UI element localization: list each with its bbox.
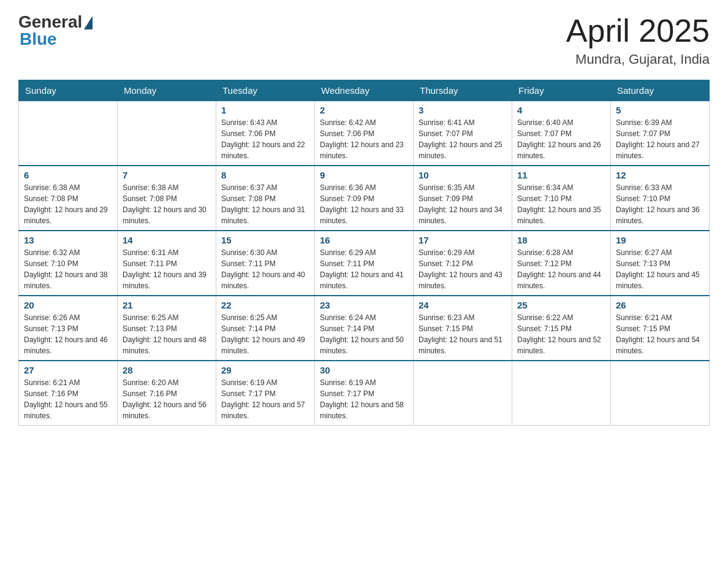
day-info: Sunrise: 6:35 AMSunset: 7:09 PMDaylight:… — [419, 182, 507, 226]
calendar-cell: 26Sunrise: 6:21 AMSunset: 7:15 PMDayligh… — [611, 296, 710, 361]
day-number: 15 — [221, 235, 309, 245]
calendar-cell: 10Sunrise: 6:35 AMSunset: 7:09 PMDayligh… — [414, 166, 512, 231]
day-number: 6 — [24, 170, 112, 180]
day-info: Sunrise: 6:25 AMSunset: 7:14 PMDaylight:… — [221, 312, 309, 356]
calendar-cell: 1Sunrise: 6:43 AMSunset: 7:06 PMDaylight… — [216, 101, 315, 166]
weekday-header-tuesday: Tuesday — [216, 80, 315, 101]
calendar-cell: 15Sunrise: 6:30 AMSunset: 7:11 PMDayligh… — [216, 231, 315, 296]
day-info: Sunrise: 6:36 AMSunset: 7:09 PMDaylight:… — [320, 182, 408, 226]
day-info: Sunrise: 6:38 AMSunset: 7:08 PMDaylight:… — [24, 182, 112, 226]
calendar-cell: 28Sunrise: 6:20 AMSunset: 7:16 PMDayligh… — [118, 361, 216, 426]
day-info: Sunrise: 6:43 AMSunset: 7:06 PMDaylight:… — [221, 117, 309, 161]
day-info: Sunrise: 6:30 AMSunset: 7:11 PMDaylight:… — [221, 247, 309, 291]
calendar-cell — [414, 361, 512, 426]
day-info: Sunrise: 6:29 AMSunset: 7:11 PMDaylight:… — [320, 247, 408, 291]
day-number: 11 — [517, 170, 605, 180]
calendar-cell — [512, 361, 611, 426]
day-number: 20 — [24, 300, 112, 310]
calendar-cell: 27Sunrise: 6:21 AMSunset: 7:16 PMDayligh… — [19, 361, 118, 426]
calendar-cell — [118, 101, 216, 166]
day-number: 3 — [419, 105, 507, 115]
day-number: 17 — [419, 235, 507, 245]
calendar-cell: 3Sunrise: 6:41 AMSunset: 7:07 PMDaylight… — [414, 101, 512, 166]
calendar-cell: 19Sunrise: 6:27 AMSunset: 7:13 PMDayligh… — [611, 231, 710, 296]
day-number: 7 — [123, 170, 211, 180]
calendar-cell: 11Sunrise: 6:34 AMSunset: 7:10 PMDayligh… — [512, 166, 611, 231]
weekday-header-wednesday: Wednesday — [315, 80, 414, 101]
day-info: Sunrise: 6:23 AMSunset: 7:15 PMDaylight:… — [419, 312, 507, 356]
day-info: Sunrise: 6:22 AMSunset: 7:15 PMDaylight:… — [517, 312, 605, 356]
calendar-week-row: 20Sunrise: 6:26 AMSunset: 7:13 PMDayligh… — [19, 296, 710, 361]
calendar-table: SundayMondayTuesdayWednesdayThursdayFrid… — [18, 80, 710, 426]
calendar-cell: 16Sunrise: 6:29 AMSunset: 7:11 PMDayligh… — [315, 231, 414, 296]
day-number: 9 — [320, 170, 408, 180]
calendar-cell: 7Sunrise: 6:38 AMSunset: 7:08 PMDaylight… — [118, 166, 216, 231]
weekday-header-sunday: Sunday — [19, 80, 118, 101]
logo-blue-text: Blue — [20, 29, 57, 49]
day-number: 21 — [123, 300, 211, 310]
day-number: 26 — [616, 300, 704, 310]
calendar-cell: 8Sunrise: 6:37 AMSunset: 7:08 PMDaylight… — [216, 166, 315, 231]
calendar-cell: 30Sunrise: 6:19 AMSunset: 7:17 PMDayligh… — [315, 361, 414, 426]
day-number: 25 — [517, 300, 605, 310]
day-number: 5 — [616, 105, 704, 115]
calendar-cell: 20Sunrise: 6:26 AMSunset: 7:13 PMDayligh… — [19, 296, 118, 361]
day-number: 24 — [419, 300, 507, 310]
day-info: Sunrise: 6:19 AMSunset: 7:17 PMDaylight:… — [320, 377, 408, 421]
day-number: 2 — [320, 105, 408, 115]
page-header: General Blue April 2025 Mundra, Gujarat,… — [18, 12, 710, 67]
day-info: Sunrise: 6:25 AMSunset: 7:13 PMDaylight:… — [123, 312, 211, 356]
day-info: Sunrise: 6:28 AMSunset: 7:12 PMDaylight:… — [517, 247, 605, 291]
calendar-cell: 2Sunrise: 6:42 AMSunset: 7:06 PMDaylight… — [315, 101, 414, 166]
calendar-cell: 22Sunrise: 6:25 AMSunset: 7:14 PMDayligh… — [216, 296, 315, 361]
day-number: 14 — [123, 235, 211, 245]
day-number: 4 — [517, 105, 605, 115]
calendar-cell: 24Sunrise: 6:23 AMSunset: 7:15 PMDayligh… — [414, 296, 512, 361]
day-number: 22 — [221, 300, 309, 310]
calendar-cell: 12Sunrise: 6:33 AMSunset: 7:10 PMDayligh… — [611, 166, 710, 231]
calendar-cell: 21Sunrise: 6:25 AMSunset: 7:13 PMDayligh… — [118, 296, 216, 361]
calendar-cell: 9Sunrise: 6:36 AMSunset: 7:09 PMDaylight… — [315, 166, 414, 231]
day-number: 1 — [221, 105, 309, 115]
day-info: Sunrise: 6:34 AMSunset: 7:10 PMDaylight:… — [517, 182, 605, 226]
day-info: Sunrise: 6:39 AMSunset: 7:07 PMDaylight:… — [616, 117, 704, 161]
calendar-cell: 5Sunrise: 6:39 AMSunset: 7:07 PMDaylight… — [611, 101, 710, 166]
day-info: Sunrise: 6:33 AMSunset: 7:10 PMDaylight:… — [616, 182, 704, 226]
day-info: Sunrise: 6:32 AMSunset: 7:10 PMDaylight:… — [24, 247, 112, 291]
day-number: 18 — [517, 235, 605, 245]
calendar-cell: 17Sunrise: 6:29 AMSunset: 7:12 PMDayligh… — [414, 231, 512, 296]
calendar-cell: 14Sunrise: 6:31 AMSunset: 7:11 PMDayligh… — [118, 231, 216, 296]
calendar-cell: 4Sunrise: 6:40 AMSunset: 7:07 PMDaylight… — [512, 101, 611, 166]
weekday-header-friday: Friday — [512, 80, 611, 101]
location-label: Mundra, Gujarat, India — [566, 52, 710, 67]
day-info: Sunrise: 6:41 AMSunset: 7:07 PMDaylight:… — [419, 117, 507, 161]
day-number: 29 — [221, 365, 309, 375]
day-info: Sunrise: 6:40 AMSunset: 7:07 PMDaylight:… — [517, 117, 605, 161]
day-number: 28 — [123, 365, 211, 375]
day-number: 16 — [320, 235, 408, 245]
day-number: 12 — [616, 170, 704, 180]
calendar-cell: 25Sunrise: 6:22 AMSunset: 7:15 PMDayligh… — [512, 296, 611, 361]
day-info: Sunrise: 6:24 AMSunset: 7:14 PMDaylight:… — [320, 312, 408, 356]
calendar-cell: 13Sunrise: 6:32 AMSunset: 7:10 PMDayligh… — [19, 231, 118, 296]
calendar-cell: 29Sunrise: 6:19 AMSunset: 7:17 PMDayligh… — [216, 361, 315, 426]
day-number: 8 — [221, 170, 309, 180]
day-info: Sunrise: 6:29 AMSunset: 7:12 PMDaylight:… — [419, 247, 507, 291]
calendar-header-row: SundayMondayTuesdayWednesdayThursdayFrid… — [19, 80, 710, 101]
calendar-cell: 6Sunrise: 6:38 AMSunset: 7:08 PMDaylight… — [19, 166, 118, 231]
weekday-header-thursday: Thursday — [414, 80, 512, 101]
title-area: April 2025 Mundra, Gujarat, India — [566, 12, 710, 67]
day-info: Sunrise: 6:27 AMSunset: 7:13 PMDaylight:… — [616, 247, 704, 291]
calendar-week-row: 1Sunrise: 6:43 AMSunset: 7:06 PMDaylight… — [19, 101, 710, 166]
calendar-week-row: 6Sunrise: 6:38 AMSunset: 7:08 PMDaylight… — [19, 166, 710, 231]
day-number: 10 — [419, 170, 507, 180]
day-info: Sunrise: 6:31 AMSunset: 7:11 PMDaylight:… — [123, 247, 211, 291]
logo-triangle-icon — [84, 16, 93, 29]
day-info: Sunrise: 6:37 AMSunset: 7:08 PMDaylight:… — [221, 182, 309, 226]
calendar-cell: 18Sunrise: 6:28 AMSunset: 7:12 PMDayligh… — [512, 231, 611, 296]
logo: General Blue — [18, 12, 93, 49]
day-info: Sunrise: 6:21 AMSunset: 7:15 PMDaylight:… — [616, 312, 704, 356]
weekday-header-monday: Monday — [118, 80, 216, 101]
calendar-week-row: 27Sunrise: 6:21 AMSunset: 7:16 PMDayligh… — [19, 361, 710, 426]
day-info: Sunrise: 6:26 AMSunset: 7:13 PMDaylight:… — [24, 312, 112, 356]
